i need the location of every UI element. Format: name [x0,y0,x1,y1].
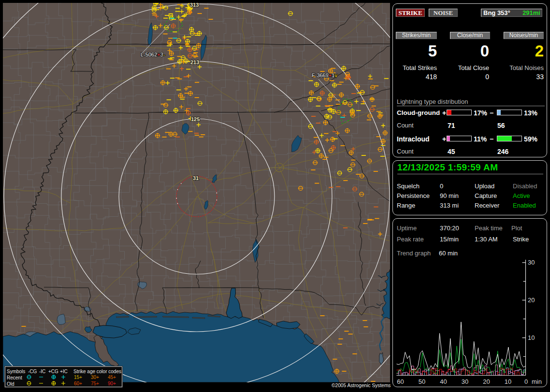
svg-text:40: 40 [440,378,447,385]
svg-text:0: 0 [524,378,528,385]
svg-text:min: min [532,378,542,385]
svg-text:20: 20 [483,378,490,385]
svg-text:50: 50 [419,378,425,385]
svg-text:10: 10 [505,378,511,385]
svg-text:60: 60 [397,378,404,385]
svg-text:10: 10 [528,334,535,341]
svg-text:20: 20 [528,296,535,304]
svg-text:31: 31 [193,175,199,181]
svg-text:30: 30 [528,259,535,266]
svg-text:L-5062+3-: L-5062+3- [141,52,165,57]
svg-text:F-3669+1v: F-3669+1v [312,72,337,78]
svg-text:313: 313 [190,3,199,8]
svg-text:125: 125 [191,116,200,122]
svg-text:30: 30 [462,378,468,385]
svg-text:213: 213 [190,59,199,65]
